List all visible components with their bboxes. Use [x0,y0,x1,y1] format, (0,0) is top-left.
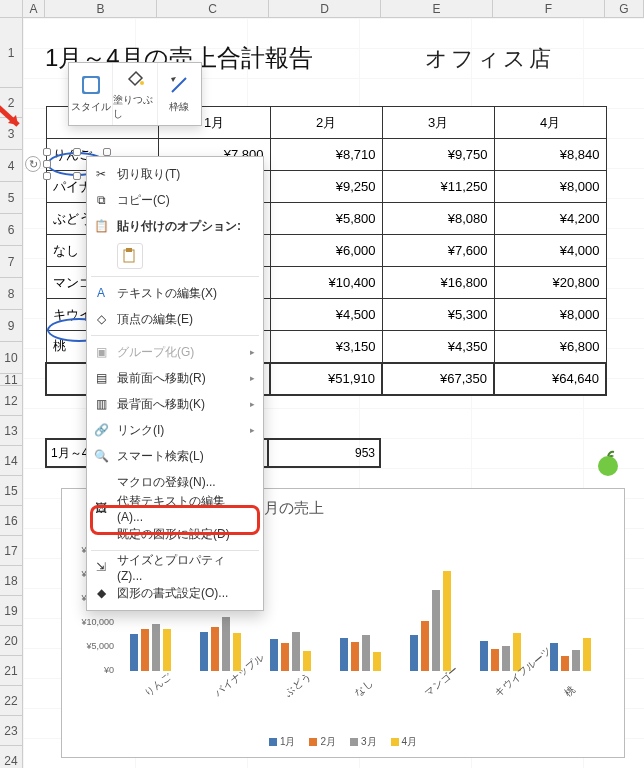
menu-set-default[interactable]: 既定の図形に設定(D) [87,521,263,547]
header-month[interactable]: 3月 [382,107,494,139]
bar [351,642,359,671]
col-header[interactable]: E [381,0,493,18]
menu-label: スマート検索(L) [117,448,204,465]
menu-label: リンク(I) [117,422,164,439]
value-cell[interactable]: ¥6,000 [270,235,382,267]
row-header[interactable]: 12 [0,386,23,416]
value-cell[interactable]: ¥8,840 [494,139,606,171]
value-cell[interactable]: ¥5,800 [270,203,382,235]
row-header[interactable]: 5 [0,182,23,214]
value-cell[interactable]: ¥4,200 [494,203,606,235]
paste-option-button[interactable] [117,243,143,269]
menu-separator [91,335,259,336]
row-header[interactable]: 16 [0,506,23,536]
selectall-corner[interactable] [0,0,23,18]
value-cell[interactable]: ¥4,500 [270,299,382,331]
value-cell[interactable]: ¥8,080 [382,203,494,235]
total-cell[interactable]: ¥64,640 [494,363,606,395]
row-header[interactable]: 7 [0,246,23,278]
edit-points-icon: ◇ [93,311,109,327]
col-header[interactable]: C [157,0,269,18]
value-cell[interactable]: ¥5,300 [382,299,494,331]
col-header[interactable]: F [493,0,605,18]
value-cell[interactable]: ¥4,000 [494,235,606,267]
row-header[interactable]: 20 [0,626,23,656]
row-header[interactable]: 10 [0,342,23,374]
value-cell[interactable]: ¥16,800 [382,267,494,299]
resize-handle[interactable] [43,160,51,168]
row-header[interactable]: 24 [0,746,23,768]
row-header[interactable]: 17 [0,536,23,566]
row-header[interactable]: 15 [0,476,23,506]
row-header[interactable]: 1 [0,18,23,88]
menu-link[interactable]: 🔗 リンク(I) [87,417,263,443]
menu-alt-text[interactable]: 🖼 代替テキストの編集(A)... [87,495,263,521]
bar [432,590,440,671]
value-cell[interactable]: ¥8,710 [270,139,382,171]
menu-assign-macro[interactable]: マクロの登録(N)... [87,469,263,495]
svg-point-0 [598,456,618,476]
header-month[interactable]: 2月 [270,107,382,139]
row-header[interactable]: 22 [0,686,23,716]
apple-image-icon[interactable] [592,446,624,478]
style-button[interactable]: スタイル [69,63,113,125]
menu-send-back[interactable]: ▥ 最背面へ移動(K) [87,391,263,417]
row-header[interactable]: 18 [0,566,23,596]
value-cell[interactable]: ¥9,250 [270,171,382,203]
value-cell[interactable]: ¥6,800 [494,331,606,363]
value-cell[interactable]: ¥20,800 [494,267,606,299]
value-cell[interactable]: ¥8,000 [494,171,606,203]
row-header[interactable]: 13 [0,416,23,446]
row-header[interactable]: 6 [0,214,23,246]
resize-handle[interactable] [103,148,111,156]
bar [373,652,381,671]
x-label: なし [352,676,376,700]
row-header[interactable]: 21 [0,656,23,686]
fill-button[interactable]: 塗りつぶし [113,63,157,125]
menu-smart-lookup[interactable]: 🔍 スマート検索(L) [87,443,263,469]
row-header[interactable]: 9 [0,310,23,342]
border-button[interactable]: 枠線 [158,63,201,125]
value-cell[interactable]: ¥3,150 [270,331,382,363]
value-cell[interactable]: ¥8,000 [494,299,606,331]
col-header[interactable]: D [269,0,381,18]
total-cell[interactable]: ¥67,350 [382,363,494,395]
menu-edit-text[interactable]: A テキストの編集(X) [87,280,263,306]
size-props-icon: ⇲ [93,559,109,575]
row-header[interactable]: 23 [0,716,23,746]
border-label: 枠線 [169,100,189,114]
bar [130,634,138,671]
value-cell[interactable]: ¥7,600 [382,235,494,267]
row-header[interactable]: 11 [0,374,23,386]
summary-value-cell[interactable]: 953 [269,438,381,468]
menu-size-properties[interactable]: ⇲ サイズとプロパティ(Z)... [87,554,263,580]
bar [362,635,370,671]
col-header[interactable]: B [45,0,157,18]
col-header[interactable]: G [605,0,644,18]
resize-handle[interactable] [43,148,51,156]
resize-handle[interactable] [73,172,81,180]
header-month[interactable]: 4月 [494,107,606,139]
legend-item: 1月 [269,735,296,749]
menu-bring-front[interactable]: ▤ 最前面へ移動(R) [87,365,263,391]
value-cell[interactable]: ¥9,750 [382,139,494,171]
row-header[interactable]: 8 [0,278,23,310]
row-header[interactable]: 14 [0,446,23,476]
row-header[interactable]: 4 [0,150,23,182]
total-cell[interactable]: ¥51,910 [270,363,382,395]
resize-handle[interactable] [73,148,81,156]
resize-handle[interactable] [43,172,51,180]
row-header[interactable]: 19 [0,596,23,626]
bar [561,656,569,671]
paste-options-row [87,239,263,273]
value-cell[interactable]: ¥11,250 [382,171,494,203]
col-header[interactable]: A [23,0,45,18]
menu-cut[interactable]: ✂ 切り取り(T) [87,161,263,187]
menu-edit-points[interactable]: ◇ 頂点の編集(E) [87,306,263,332]
scissors-icon: ✂ [93,166,109,182]
value-cell[interactable]: ¥4,350 [382,331,494,363]
rotation-handle-icon[interactable] [25,156,41,172]
menu-format-shape[interactable]: ◆ 図形の書式設定(O)... [87,580,263,606]
value-cell[interactable]: ¥10,400 [270,267,382,299]
menu-copy[interactable]: ⧉ コピー(C) [87,187,263,213]
